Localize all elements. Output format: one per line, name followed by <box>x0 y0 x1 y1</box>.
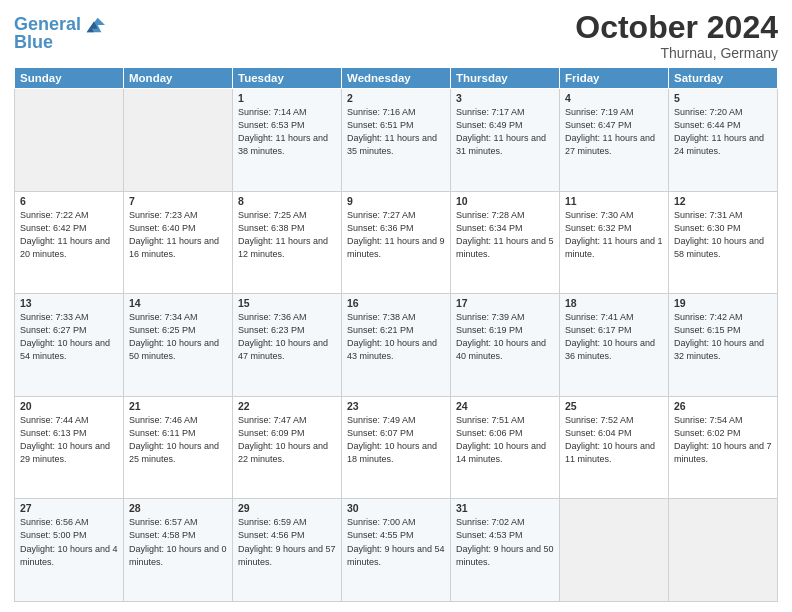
calendar-cell: 5Sunrise: 7:20 AM Sunset: 6:44 PM Daylig… <box>669 89 778 192</box>
day-info: Sunrise: 7:02 AM Sunset: 4:53 PM Dayligh… <box>456 516 554 568</box>
day-info: Sunrise: 7:30 AM Sunset: 6:32 PM Dayligh… <box>565 209 663 261</box>
calendar-cell: 14Sunrise: 7:34 AM Sunset: 6:25 PM Dayli… <box>124 294 233 397</box>
day-number: 7 <box>129 195 227 207</box>
day-number: 10 <box>456 195 554 207</box>
day-info: Sunrise: 7:22 AM Sunset: 6:42 PM Dayligh… <box>20 209 118 261</box>
calendar-cell: 1Sunrise: 7:14 AM Sunset: 6:53 PM Daylig… <box>233 89 342 192</box>
day-info: Sunrise: 7:25 AM Sunset: 6:38 PM Dayligh… <box>238 209 336 261</box>
day-info: Sunrise: 7:31 AM Sunset: 6:30 PM Dayligh… <box>674 209 772 261</box>
calendar-cell: 17Sunrise: 7:39 AM Sunset: 6:19 PM Dayli… <box>451 294 560 397</box>
calendar-cell: 9Sunrise: 7:27 AM Sunset: 6:36 PM Daylig… <box>342 191 451 294</box>
day-info: Sunrise: 7:51 AM Sunset: 6:06 PM Dayligh… <box>456 414 554 466</box>
header: General Blue October 2024 Thurnau, Germa… <box>14 10 778 61</box>
day-number: 1 <box>238 92 336 104</box>
day-number: 8 <box>238 195 336 207</box>
weekday-header-wednesday: Wednesday <box>342 68 451 89</box>
day-number: 29 <box>238 502 336 514</box>
weekday-header-sunday: Sunday <box>15 68 124 89</box>
day-number: 19 <box>674 297 772 309</box>
day-number: 2 <box>347 92 445 104</box>
day-number: 22 <box>238 400 336 412</box>
day-number: 11 <box>565 195 663 207</box>
week-row-4: 20Sunrise: 7:44 AM Sunset: 6:13 PM Dayli… <box>15 396 778 499</box>
day-info: Sunrise: 7:23 AM Sunset: 6:40 PM Dayligh… <box>129 209 227 261</box>
day-number: 21 <box>129 400 227 412</box>
page: General Blue October 2024 Thurnau, Germa… <box>0 0 792 612</box>
weekday-header-row: SundayMondayTuesdayWednesdayThursdayFrid… <box>15 68 778 89</box>
calendar-cell: 11Sunrise: 7:30 AM Sunset: 6:32 PM Dayli… <box>560 191 669 294</box>
calendar-cell: 23Sunrise: 7:49 AM Sunset: 6:07 PM Dayli… <box>342 396 451 499</box>
month-title: October 2024 <box>575 10 778 45</box>
day-number: 13 <box>20 297 118 309</box>
day-number: 5 <box>674 92 772 104</box>
week-row-1: 1Sunrise: 7:14 AM Sunset: 6:53 PM Daylig… <box>15 89 778 192</box>
calendar-cell: 4Sunrise: 7:19 AM Sunset: 6:47 PM Daylig… <box>560 89 669 192</box>
day-number: 30 <box>347 502 445 514</box>
title-block: October 2024 Thurnau, Germany <box>575 10 778 61</box>
day-number: 23 <box>347 400 445 412</box>
calendar-cell: 18Sunrise: 7:41 AM Sunset: 6:17 PM Dayli… <box>560 294 669 397</box>
calendar-cell: 10Sunrise: 7:28 AM Sunset: 6:34 PM Dayli… <box>451 191 560 294</box>
calendar-cell <box>560 499 669 602</box>
calendar-cell: 2Sunrise: 7:16 AM Sunset: 6:51 PM Daylig… <box>342 89 451 192</box>
calendar-cell: 8Sunrise: 7:25 AM Sunset: 6:38 PM Daylig… <box>233 191 342 294</box>
calendar-cell: 13Sunrise: 7:33 AM Sunset: 6:27 PM Dayli… <box>15 294 124 397</box>
calendar-cell: 7Sunrise: 7:23 AM Sunset: 6:40 PM Daylig… <box>124 191 233 294</box>
day-number: 20 <box>20 400 118 412</box>
calendar-cell: 21Sunrise: 7:46 AM Sunset: 6:11 PM Dayli… <box>124 396 233 499</box>
day-info: Sunrise: 6:57 AM Sunset: 4:58 PM Dayligh… <box>129 516 227 568</box>
day-info: Sunrise: 7:52 AM Sunset: 6:04 PM Dayligh… <box>565 414 663 466</box>
day-number: 26 <box>674 400 772 412</box>
day-info: Sunrise: 7:49 AM Sunset: 6:07 PM Dayligh… <box>347 414 445 466</box>
day-number: 28 <box>129 502 227 514</box>
weekday-header-saturday: Saturday <box>669 68 778 89</box>
logo: General Blue <box>14 14 105 53</box>
day-number: 12 <box>674 195 772 207</box>
day-number: 4 <box>565 92 663 104</box>
day-info: Sunrise: 7:54 AM Sunset: 6:02 PM Dayligh… <box>674 414 772 466</box>
day-number: 9 <box>347 195 445 207</box>
calendar-cell: 12Sunrise: 7:31 AM Sunset: 6:30 PM Dayli… <box>669 191 778 294</box>
day-info: Sunrise: 7:27 AM Sunset: 6:36 PM Dayligh… <box>347 209 445 261</box>
day-info: Sunrise: 6:59 AM Sunset: 4:56 PM Dayligh… <box>238 516 336 568</box>
location-subtitle: Thurnau, Germany <box>575 45 778 61</box>
calendar-cell: 20Sunrise: 7:44 AM Sunset: 6:13 PM Dayli… <box>15 396 124 499</box>
weekday-header-thursday: Thursday <box>451 68 560 89</box>
weekday-header-monday: Monday <box>124 68 233 89</box>
day-info: Sunrise: 7:16 AM Sunset: 6:51 PM Dayligh… <box>347 106 445 158</box>
logo-icon <box>83 14 105 36</box>
day-number: 15 <box>238 297 336 309</box>
day-info: Sunrise: 7:47 AM Sunset: 6:09 PM Dayligh… <box>238 414 336 466</box>
calendar-cell: 6Sunrise: 7:22 AM Sunset: 6:42 PM Daylig… <box>15 191 124 294</box>
calendar-cell: 16Sunrise: 7:38 AM Sunset: 6:21 PM Dayli… <box>342 294 451 397</box>
day-number: 17 <box>456 297 554 309</box>
day-number: 31 <box>456 502 554 514</box>
calendar-cell: 31Sunrise: 7:02 AM Sunset: 4:53 PM Dayli… <box>451 499 560 602</box>
weekday-header-friday: Friday <box>560 68 669 89</box>
calendar-cell: 24Sunrise: 7:51 AM Sunset: 6:06 PM Dayli… <box>451 396 560 499</box>
weekday-header-tuesday: Tuesday <box>233 68 342 89</box>
day-number: 25 <box>565 400 663 412</box>
day-number: 16 <box>347 297 445 309</box>
calendar-cell <box>669 499 778 602</box>
day-info: Sunrise: 7:42 AM Sunset: 6:15 PM Dayligh… <box>674 311 772 363</box>
day-info: Sunrise: 7:38 AM Sunset: 6:21 PM Dayligh… <box>347 311 445 363</box>
calendar-cell: 28Sunrise: 6:57 AM Sunset: 4:58 PM Dayli… <box>124 499 233 602</box>
calendar-cell <box>124 89 233 192</box>
day-info: Sunrise: 6:56 AM Sunset: 5:00 PM Dayligh… <box>20 516 118 568</box>
calendar-cell: 27Sunrise: 6:56 AM Sunset: 5:00 PM Dayli… <box>15 499 124 602</box>
day-info: Sunrise: 7:44 AM Sunset: 6:13 PM Dayligh… <box>20 414 118 466</box>
day-info: Sunrise: 7:34 AM Sunset: 6:25 PM Dayligh… <box>129 311 227 363</box>
day-info: Sunrise: 7:41 AM Sunset: 6:17 PM Dayligh… <box>565 311 663 363</box>
week-row-5: 27Sunrise: 6:56 AM Sunset: 5:00 PM Dayli… <box>15 499 778 602</box>
day-number: 24 <box>456 400 554 412</box>
day-number: 27 <box>20 502 118 514</box>
day-number: 14 <box>129 297 227 309</box>
day-number: 18 <box>565 297 663 309</box>
calendar-cell <box>15 89 124 192</box>
day-info: Sunrise: 7:20 AM Sunset: 6:44 PM Dayligh… <box>674 106 772 158</box>
day-info: Sunrise: 7:39 AM Sunset: 6:19 PM Dayligh… <box>456 311 554 363</box>
day-info: Sunrise: 7:28 AM Sunset: 6:34 PM Dayligh… <box>456 209 554 261</box>
calendar-cell: 25Sunrise: 7:52 AM Sunset: 6:04 PM Dayli… <box>560 396 669 499</box>
calendar-cell: 15Sunrise: 7:36 AM Sunset: 6:23 PM Dayli… <box>233 294 342 397</box>
